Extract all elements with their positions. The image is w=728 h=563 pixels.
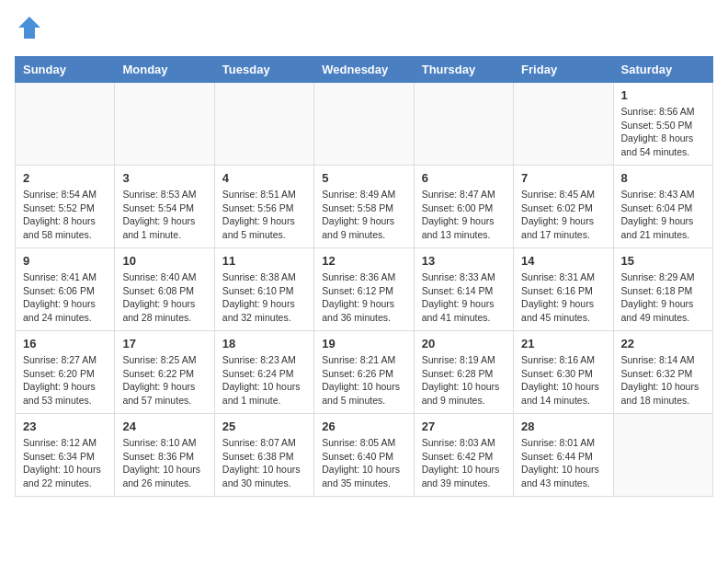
day-number: 4 [222, 171, 306, 185]
calendar-cell: 9Sunrise: 8:41 AM Sunset: 6:06 PM Daylig… [16, 248, 115, 331]
logo-icon [17, 15, 42, 40]
calendar-cell: 26Sunrise: 8:05 AM Sunset: 6:40 PM Dayli… [314, 414, 414, 497]
day-info: Sunrise: 8:07 AM Sunset: 6:38 PM Dayligh… [222, 436, 306, 490]
day-number: 24 [122, 419, 206, 433]
calendar-cell [214, 83, 313, 166]
day-info: Sunrise: 8:03 AM Sunset: 6:42 PM Dayligh… [422, 436, 506, 490]
calendar-cell: 12Sunrise: 8:36 AM Sunset: 6:12 PM Dayli… [314, 248, 414, 331]
day-number: 18 [222, 337, 306, 350]
calendar-cell: 19Sunrise: 8:21 AM Sunset: 6:26 PM Dayli… [314, 331, 414, 414]
weekday-header: Thursday [414, 57, 513, 83]
day-number: 6 [422, 171, 506, 185]
day-number: 25 [222, 419, 306, 433]
calendar-week-row: 9Sunrise: 8:41 AM Sunset: 6:06 PM Daylig… [16, 248, 713, 331]
day-number: 9 [23, 254, 107, 268]
day-info: Sunrise: 8:41 AM Sunset: 6:06 PM Dayligh… [23, 270, 107, 325]
day-number: 22 [621, 337, 705, 350]
day-number: 7 [521, 171, 605, 185]
weekday-header-row: SundayMondayTuesdayWednesdayThursdayFrid… [16, 57, 713, 83]
weekday-header: Tuesday [214, 57, 313, 83]
day-info: Sunrise: 8:10 AM Sunset: 8:36 PM Dayligh… [122, 436, 206, 490]
calendar-cell: 6Sunrise: 8:47 AM Sunset: 6:00 PM Daylig… [414, 166, 513, 248]
page-header [15, 15, 713, 45]
calendar-cell: 17Sunrise: 8:25 AM Sunset: 6:22 PM Dayli… [115, 331, 214, 414]
day-info: Sunrise: 8:40 AM Sunset: 6:08 PM Dayligh… [122, 270, 206, 325]
calendar-cell: 7Sunrise: 8:45 AM Sunset: 6:02 PM Daylig… [514, 166, 613, 248]
day-info: Sunrise: 8:47 AM Sunset: 6:00 PM Dayligh… [422, 188, 506, 242]
calendar-cell [514, 83, 613, 166]
day-number: 21 [521, 337, 605, 350]
day-number: 10 [122, 254, 206, 268]
calendar-cell: 4Sunrise: 8:51 AM Sunset: 5:56 PM Daylig… [214, 166, 313, 248]
day-info: Sunrise: 8:53 AM Sunset: 5:54 PM Dayligh… [122, 188, 206, 242]
day-number: 13 [422, 254, 506, 268]
day-info: Sunrise: 8:33 AM Sunset: 6:14 PM Dayligh… [422, 270, 506, 325]
day-number: 27 [422, 419, 506, 433]
day-info: Sunrise: 8:54 AM Sunset: 5:52 PM Dayligh… [23, 188, 107, 242]
day-number: 23 [23, 419, 107, 433]
day-number: 17 [122, 337, 206, 350]
day-info: Sunrise: 8:01 AM Sunset: 6:44 PM Dayligh… [521, 436, 605, 490]
day-info: Sunrise: 8:12 AM Sunset: 6:34 PM Dayligh… [23, 436, 107, 490]
calendar-cell: 8Sunrise: 8:43 AM Sunset: 6:04 PM Daylig… [613, 166, 712, 248]
day-info: Sunrise: 8:43 AM Sunset: 6:04 PM Dayligh… [621, 188, 705, 242]
day-number: 2 [23, 171, 107, 185]
day-number: 28 [521, 419, 605, 433]
day-info: Sunrise: 8:38 AM Sunset: 6:10 PM Dayligh… [222, 270, 306, 325]
day-number: 20 [422, 337, 506, 350]
day-number: 19 [322, 337, 405, 350]
day-info: Sunrise: 8:36 AM Sunset: 6:12 PM Dayligh… [322, 270, 405, 325]
day-info: Sunrise: 8:16 AM Sunset: 6:30 PM Dayligh… [521, 353, 605, 408]
day-info: Sunrise: 8:45 AM Sunset: 6:02 PM Dayligh… [521, 188, 605, 242]
calendar-cell: 3Sunrise: 8:53 AM Sunset: 5:54 PM Daylig… [115, 166, 214, 248]
weekday-header: Monday [115, 57, 214, 83]
calendar-cell: 21Sunrise: 8:16 AM Sunset: 6:30 PM Dayli… [514, 331, 613, 414]
weekday-header: Friday [514, 57, 613, 83]
day-info: Sunrise: 8:49 AM Sunset: 5:58 PM Dayligh… [322, 188, 405, 242]
calendar-cell [115, 83, 214, 166]
day-number: 16 [23, 337, 107, 350]
calendar-cell [613, 414, 712, 497]
day-info: Sunrise: 8:27 AM Sunset: 6:20 PM Dayligh… [23, 353, 107, 408]
calendar-cell: 10Sunrise: 8:40 AM Sunset: 6:08 PM Dayli… [115, 248, 214, 331]
calendar-cell: 14Sunrise: 8:31 AM Sunset: 6:16 PM Dayli… [514, 248, 613, 331]
day-info: Sunrise: 8:25 AM Sunset: 6:22 PM Dayligh… [122, 353, 206, 408]
logo [15, 15, 42, 45]
calendar-cell: 15Sunrise: 8:29 AM Sunset: 6:18 PM Dayli… [613, 248, 712, 331]
day-number: 26 [322, 419, 405, 433]
day-info: Sunrise: 8:14 AM Sunset: 6:32 PM Dayligh… [621, 353, 705, 408]
day-info: Sunrise: 8:51 AM Sunset: 5:56 PM Dayligh… [222, 188, 306, 242]
calendar-cell: 1Sunrise: 8:56 AM Sunset: 5:50 PM Daylig… [613, 83, 712, 166]
calendar-cell: 13Sunrise: 8:33 AM Sunset: 6:14 PM Dayli… [414, 248, 513, 331]
calendar-cell: 16Sunrise: 8:27 AM Sunset: 6:20 PM Dayli… [16, 331, 115, 414]
calendar-cell: 5Sunrise: 8:49 AM Sunset: 5:58 PM Daylig… [314, 166, 414, 248]
calendar-cell [16, 83, 115, 166]
day-number: 12 [322, 254, 405, 268]
weekday-header: Saturday [613, 57, 712, 83]
calendar-cell: 2Sunrise: 8:54 AM Sunset: 5:52 PM Daylig… [16, 166, 115, 248]
calendar-cell: 20Sunrise: 8:19 AM Sunset: 6:28 PM Dayli… [414, 331, 513, 414]
day-number: 5 [322, 171, 405, 185]
calendar-week-row: 2Sunrise: 8:54 AM Sunset: 5:52 PM Daylig… [16, 166, 713, 248]
day-number: 15 [621, 254, 705, 268]
day-number: 14 [521, 254, 605, 268]
day-info: Sunrise: 8:19 AM Sunset: 6:28 PM Dayligh… [422, 353, 506, 408]
weekday-header: Wednesday [314, 57, 414, 83]
day-info: Sunrise: 8:05 AM Sunset: 6:40 PM Dayligh… [322, 436, 405, 490]
calendar-week-row: 23Sunrise: 8:12 AM Sunset: 6:34 PM Dayli… [16, 414, 713, 497]
day-number: 1 [621, 88, 705, 102]
calendar-cell: 22Sunrise: 8:14 AM Sunset: 6:32 PM Dayli… [613, 331, 712, 414]
calendar-cell: 28Sunrise: 8:01 AM Sunset: 6:44 PM Dayli… [514, 414, 613, 497]
calendar-cell: 23Sunrise: 8:12 AM Sunset: 6:34 PM Dayli… [16, 414, 115, 497]
calendar-cell: 11Sunrise: 8:38 AM Sunset: 6:10 PM Dayli… [214, 248, 313, 331]
day-number: 11 [222, 254, 306, 268]
calendar-cell: 25Sunrise: 8:07 AM Sunset: 6:38 PM Dayli… [214, 414, 313, 497]
calendar-cell: 24Sunrise: 8:10 AM Sunset: 8:36 PM Dayli… [115, 414, 214, 497]
svg-marker-0 [18, 17, 40, 39]
day-info: Sunrise: 8:31 AM Sunset: 6:16 PM Dayligh… [521, 270, 605, 325]
day-info: Sunrise: 8:56 AM Sunset: 5:50 PM Dayligh… [621, 105, 705, 159]
calendar-cell [314, 83, 414, 166]
day-number: 3 [122, 171, 206, 185]
calendar-week-row: 1Sunrise: 8:56 AM Sunset: 5:50 PM Daylig… [16, 83, 713, 166]
calendar-week-row: 16Sunrise: 8:27 AM Sunset: 6:20 PM Dayli… [16, 331, 713, 414]
